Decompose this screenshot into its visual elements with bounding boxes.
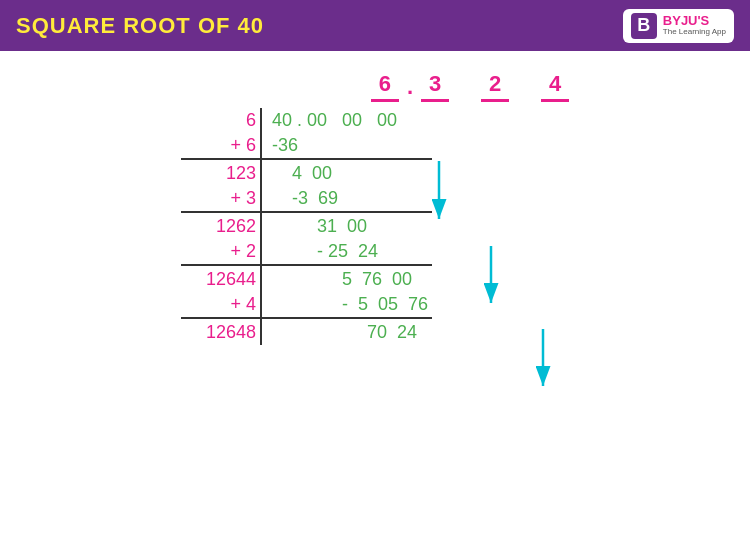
- right-2524: - 25 24: [261, 239, 432, 265]
- left-1262: 1262: [181, 214, 261, 239]
- logo-text: BYJU'S The Learning App: [663, 14, 726, 37]
- quotient-6: 6: [371, 71, 399, 102]
- quotient-area: 6 . 3 2 4: [181, 71, 569, 102]
- page-title: SQUARE ROOT OF 40: [16, 13, 264, 39]
- quotient-2: 2: [481, 71, 509, 102]
- logo-brand: BYJU'S: [663, 14, 726, 28]
- logo-b-icon: B: [631, 13, 657, 39]
- table-row: + 4 - 5 05 76: [181, 292, 432, 318]
- header: SQUARE ROOT OF 40 B BYJU'S The Learning …: [0, 0, 750, 51]
- table-row: 12644 5 76 00: [181, 267, 432, 292]
- long-division-table: 6 40 . 00 00 00 + 6 -36 123 4 00 + 3: [181, 108, 432, 345]
- main-content: 6 . 3 2 4 6 40 . 00 00 00 + 6 -36: [0, 51, 750, 546]
- right-36: -36: [261, 133, 432, 159]
- left-6: 6: [181, 108, 261, 133]
- right-369: -3 69: [261, 186, 432, 212]
- left-12644: 12644: [181, 267, 261, 292]
- left-123: 123: [181, 161, 261, 186]
- right-400: 4 00: [261, 161, 432, 186]
- table-row: 123 4 00: [181, 161, 432, 186]
- right-7024: 70 24: [261, 320, 432, 345]
- right-3100: 31 00: [261, 214, 432, 239]
- table-row: 6 40 . 00 00 00: [181, 108, 432, 133]
- left-plus6: + 6: [181, 133, 261, 159]
- right-50576: - 5 05 76: [261, 292, 432, 318]
- left-12648: 12648: [181, 320, 261, 345]
- quotient-3: 3: [421, 71, 449, 102]
- right-40: 40 . 00 00 00: [261, 108, 432, 133]
- table-row: 1262 31 00: [181, 214, 432, 239]
- logo: B BYJU'S The Learning App: [623, 9, 734, 43]
- table-row: + 2 - 25 24: [181, 239, 432, 265]
- table-row: + 3 -3 69: [181, 186, 432, 212]
- quotient-dot: .: [407, 74, 413, 100]
- quotient-4: 4: [541, 71, 569, 102]
- left-plus4: + 4: [181, 292, 261, 318]
- table-row: 12648 70 24: [181, 320, 432, 345]
- table-row: + 6 -36: [181, 133, 432, 159]
- calculation-wrapper: 6 . 3 2 4 6 40 . 00 00 00 + 6 -36: [181, 71, 569, 345]
- left-plus3: + 3: [181, 186, 261, 212]
- logo-tagline: The Learning App: [663, 28, 726, 37]
- right-57600: 5 76 00: [261, 267, 432, 292]
- left-plus2: + 2: [181, 239, 261, 265]
